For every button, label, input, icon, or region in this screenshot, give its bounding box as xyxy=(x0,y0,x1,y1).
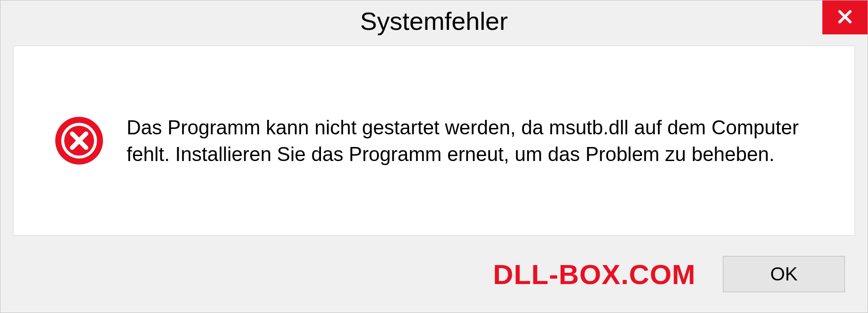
ok-button-label: OK xyxy=(770,263,798,285)
dialog-footer: DLL-BOX.COM OK xyxy=(0,236,868,313)
close-button[interactable] xyxy=(822,0,868,34)
ok-button[interactable]: OK xyxy=(723,256,845,292)
close-icon xyxy=(836,8,854,28)
error-dialog: Systemfehler Das Programm kann nicht ges… xyxy=(0,0,868,313)
watermark-text: DLL-BOX.COM xyxy=(493,258,696,290)
content-panel: Das Programm kann nicht gestartet werden… xyxy=(13,46,855,236)
titlebar: Systemfehler xyxy=(0,0,868,41)
error-message: Das Programm kann nicht gestartet werden… xyxy=(127,114,827,168)
error-icon xyxy=(54,116,104,166)
dialog-title: Systemfehler xyxy=(360,6,508,36)
